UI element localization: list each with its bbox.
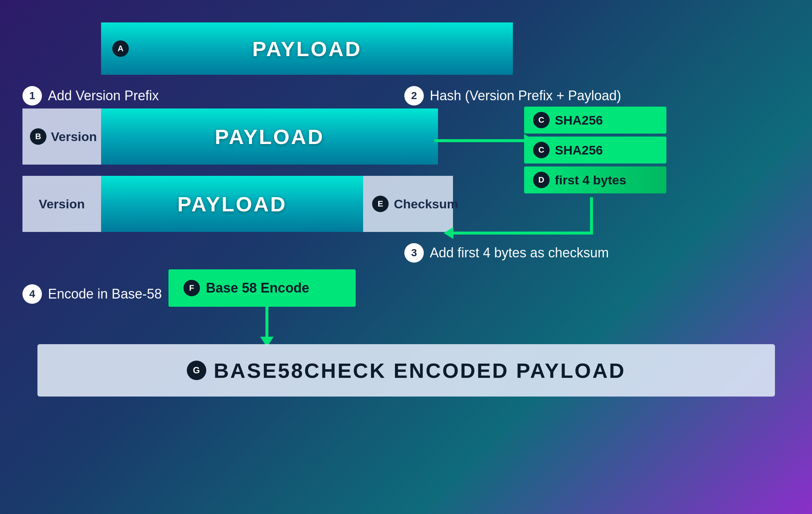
base58-wrapper: F Base 58 Encode xyxy=(168,269,356,307)
version-block-2: B Version xyxy=(22,108,101,165)
step-4-text: Encode in Base-58 xyxy=(48,286,162,302)
step-3-circle: 3 xyxy=(404,243,424,263)
sha-group: C SHA256 C SHA256 D first 4 bytes xyxy=(524,107,666,193)
step-4-circle: 4 xyxy=(22,284,42,304)
arrow-horizontal-left xyxy=(453,232,590,235)
sha256-block-2: C SHA256 xyxy=(524,137,666,163)
row2-payload-label: PAYLOAD xyxy=(215,125,325,149)
badge-B: B xyxy=(30,128,46,145)
payload-block-3: PAYLOAD xyxy=(101,176,363,232)
payload-block-2: PAYLOAD xyxy=(101,108,438,165)
first4-label: first 4 bytes xyxy=(555,173,626,187)
sha256-block-1: C SHA256 xyxy=(524,107,666,134)
version-label-3: Version xyxy=(39,197,85,211)
sha256-label-1: SHA256 xyxy=(555,113,603,128)
arrow-down-to-output xyxy=(260,307,274,347)
diagram-container: A PAYLOAD 1 Add Version Prefix 2 Hash (V… xyxy=(0,0,812,514)
step-4-label: 4 Encode in Base-58 xyxy=(22,284,162,304)
badge-A: A xyxy=(112,40,129,57)
output-label: BASE58CHECK ENCODED PAYLOAD xyxy=(214,358,626,383)
output-block: G BASE58CHECK ENCODED PAYLOAD xyxy=(37,344,775,397)
badge-D: D xyxy=(533,172,550,188)
step-2-label: 2 Hash (Version Prefix + Payload) xyxy=(404,86,621,105)
badge-F: F xyxy=(183,280,200,296)
row-2: B Version PAYLOAD xyxy=(22,108,438,165)
arrow-head-left xyxy=(444,227,453,239)
checksum-label: Checksum xyxy=(394,197,458,211)
arrow-vertical-1 xyxy=(590,197,593,235)
step-2-text: Hash (Version Prefix + Payload) xyxy=(430,88,621,104)
step-2-circle: 2 xyxy=(404,86,424,105)
badge-G: G xyxy=(187,361,206,380)
step-1-text: Add Version Prefix xyxy=(48,88,159,104)
checksum-block: E Checksum xyxy=(363,176,453,232)
sha256-label-2: SHA256 xyxy=(555,143,603,157)
first4-block: D first 4 bytes xyxy=(524,166,666,193)
badge-E: E xyxy=(372,196,389,212)
base58-label: Base 58 Encode xyxy=(206,280,309,296)
row1-payload-label: PAYLOAD xyxy=(252,37,362,61)
row3-payload-label: PAYLOAD xyxy=(177,192,287,216)
step-3-text: Add first 4 bytes as checksum xyxy=(430,245,609,261)
step-1-circle: 1 xyxy=(22,86,42,105)
base58-block: F Base 58 Encode xyxy=(168,269,356,307)
badge-C2: C xyxy=(533,142,550,158)
version-label-2: Version xyxy=(51,129,97,144)
badge-C1: C xyxy=(533,112,550,128)
arrow-to-sha xyxy=(434,134,535,147)
step-1-label: 1 Add Version Prefix xyxy=(22,86,159,105)
version-block-3: Version xyxy=(22,176,101,232)
row-1-payload: A PAYLOAD xyxy=(101,22,513,75)
step-3-label: 3 Add first 4 bytes as checksum xyxy=(404,243,609,263)
row-3: Version PAYLOAD E Checksum xyxy=(22,176,453,232)
